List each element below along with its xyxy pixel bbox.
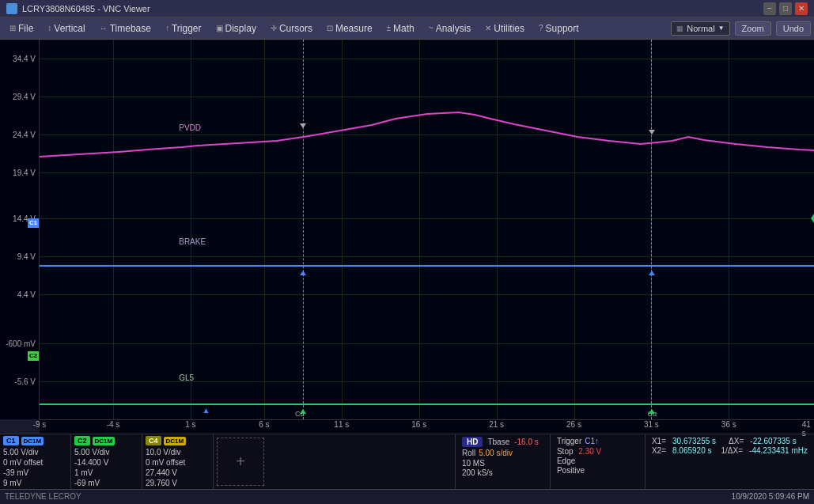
- gl5-label: GL5: [179, 373, 194, 382]
- close-button[interactable]: ✕: [795, 2, 808, 15]
- add-channel-button[interactable]: +: [217, 438, 264, 486]
- zoom-button[interactable]: Zoom: [735, 21, 771, 36]
- c4-badge: C4: [146, 436, 161, 445]
- title-bar: LCRY3808N60485 - VNC Viewer − □ ✕: [0, 0, 814, 17]
- depth-value: 10 MS: [462, 459, 485, 468]
- title-bar-controls[interactable]: − □ ✕: [763, 2, 808, 15]
- menu-trigger-label: Trigger: [172, 23, 202, 34]
- y-label-600mv: -600 mV: [6, 339, 36, 348]
- x2-value: 8.065920 s: [672, 446, 712, 455]
- y-label-244: 24.4 V: [13, 131, 36, 139]
- x-label-31: 31 s: [644, 420, 659, 429]
- ch2-panel: C2 DC1M 5.00 V/div -14.400 V 1 mV -69 mV: [71, 434, 142, 489]
- menu-trigger[interactable]: ↑ Trigger: [159, 21, 208, 36]
- c1-marker: C1: [28, 218, 39, 228]
- math-icon: ±: [387, 24, 392, 32]
- ch4-header: C4 DC1M: [146, 436, 210, 445]
- file-icon: ⊞: [9, 24, 16, 32]
- y-label-344: 34.4 V: [13, 55, 36, 63]
- menu-measure-label: Measure: [335, 23, 373, 34]
- channel-panels: C1 DC1M 5.00 V/div 0 mV offset -39 mV 9 …: [0, 434, 814, 489]
- undo-button[interactable]: Undo: [776, 21, 811, 36]
- x1-value: 30.673255 s: [672, 437, 716, 445]
- tbase-value: -16.0 s: [514, 438, 539, 446]
- scope-area: 34.4 V 29.4 V 24.4 V 19.4 V 14.4 V 9.4 V…: [0, 40, 814, 419]
- x-label-11: 11 s: [334, 420, 349, 429]
- menu-file[interactable]: ⊞ File: [3, 21, 40, 36]
- x1-row: X1= 30.673255 s ΔX= -22.607335 s: [652, 437, 808, 445]
- x2-label: X2=: [652, 446, 666, 455]
- roll-label: Roll: [462, 449, 475, 457]
- menu-cursors[interactable]: ✛ Cursors: [264, 21, 319, 36]
- menu-display[interactable]: ▣ Display: [210, 21, 263, 36]
- y-label-44: 4.4 V: [17, 290, 36, 298]
- x-label-16: 16 s: [411, 420, 426, 429]
- ch1-header: C1 DC1M: [3, 436, 67, 445]
- menu-cursors-label: Cursors: [279, 23, 312, 34]
- trigger-header: Trigger C1↑: [557, 437, 638, 445]
- dx-value: -22.607335 s: [750, 437, 796, 445]
- c1-offset: 0 mV offset: [3, 457, 67, 468]
- y-axis: 34.4 V 29.4 V 24.4 V 19.4 V 14.4 V 9.4 V…: [0, 40, 40, 419]
- timebase-icon: ↔: [100, 24, 108, 32]
- menu-utilities-label: Utilities: [494, 23, 524, 34]
- timestamp: 10/9/2020 5:09:46 PM: [732, 492, 809, 501]
- app-icon: [6, 3, 17, 14]
- depth-row: 10 MS: [462, 459, 543, 468]
- y-label-294: 29.4 V: [13, 93, 36, 101]
- x-label-neg4: -4 s: [107, 420, 120, 429]
- minimize-button[interactable]: −: [763, 2, 776, 15]
- title-bar-left: LCRY3808N60485 - VNC Viewer: [6, 3, 150, 14]
- x-label-26: 26 s: [566, 420, 581, 429]
- c1-dc-badge: DC1M: [21, 437, 44, 445]
- roll-value: 5.00 s/div: [479, 449, 513, 457]
- c4-offset: 0 mV offset: [146, 457, 210, 468]
- x-label-41: 41 s: [802, 420, 811, 438]
- edge-row: Edge: [557, 457, 638, 465]
- mode-selector[interactable]: ▦ Normal ▼: [671, 21, 729, 36]
- stop-label: Stop: [557, 447, 574, 456]
- menu-support[interactable]: ? Support: [532, 21, 585, 36]
- invdx-label: 1/ΔX=: [721, 446, 744, 455]
- menu-vertical[interactable]: ↕ Vertical: [41, 21, 91, 36]
- trigger-label: Trigger: [557, 437, 581, 445]
- y-label-194: 19.4 V: [13, 169, 36, 177]
- c4-vdiv: 10.0 V/div: [146, 447, 210, 457]
- menu-math[interactable]: ± Math: [380, 21, 421, 36]
- c4-val2: 29.760 V: [146, 478, 210, 488]
- trigger-icon: ↑: [165, 24, 169, 32]
- menu-bar: ⊞ File ↕ Vertical ↔ Timebase ↑ Trigger ▣…: [0, 17, 814, 40]
- x-label-neg9: -9 s: [33, 420, 47, 429]
- status-bar: TELEDYNE LECROY 10/9/2020 5:09:46 PM: [0, 489, 814, 503]
- waveform-area[interactable]: Cα Cα ▲ PVDD: [40, 40, 814, 419]
- mode-label: Normal: [687, 24, 714, 33]
- brake-label: BRAKE: [179, 237, 206, 246]
- menu-timebase-label: Timebase: [110, 23, 151, 34]
- trigger-section: Trigger C1↑ Stop 2.30 V Edge Positive: [551, 434, 646, 489]
- hd-tbase-panel: HD Tbase -16.0 s Roll 5.00 s/div 10 MS 2…: [456, 434, 551, 489]
- x-label-21: 21 s: [489, 420, 504, 429]
- y-label-56: -5.6 V: [14, 377, 36, 386]
- maximize-button[interactable]: □: [779, 2, 792, 15]
- cursors-icon: ✛: [271, 24, 277, 32]
- menu-measure[interactable]: ⊡ Measure: [320, 21, 379, 36]
- svg-marker-7: [649, 409, 655, 414]
- menu-vertical-label: Vertical: [54, 23, 85, 34]
- c4-val1: 27.440 V: [146, 468, 210, 478]
- svg-marker-5: [649, 130, 655, 135]
- c2-marker: C2: [28, 351, 39, 361]
- x-label-36: 36 s: [721, 420, 736, 429]
- menu-utilities[interactable]: ✕ Utilities: [479, 21, 531, 36]
- tbase-label: Tbase: [487, 438, 509, 446]
- measure-icon: ⊡: [327, 24, 333, 32]
- waveform-svg: [40, 40, 814, 419]
- roll-row: Roll 5.00 s/div: [462, 449, 543, 457]
- support-icon: ?: [539, 24, 543, 32]
- stop-row: Stop 2.30 V: [557, 447, 638, 456]
- stop-value: 2.30 V: [578, 447, 601, 456]
- c1-vdiv: 5.00 V/div: [3, 447, 67, 457]
- menu-timebase[interactable]: ↔ Timebase: [93, 21, 157, 36]
- window-title: LCRY3808N60485 - VNC Viewer: [22, 4, 150, 13]
- hd-badge: HD: [462, 437, 483, 447]
- menu-analysis[interactable]: ~ Analysis: [422, 21, 478, 36]
